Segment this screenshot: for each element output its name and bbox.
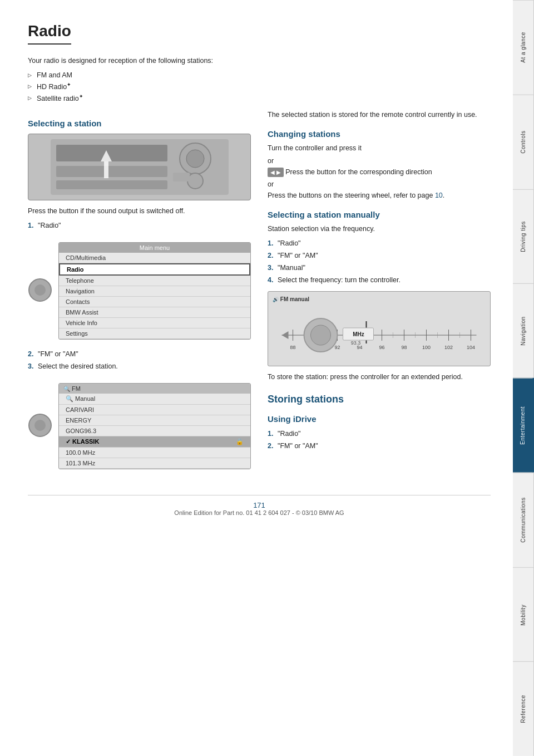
steering-page-link[interactable]: 10	[435, 192, 443, 199]
left-column: Selecting a station Press the button if …	[28, 110, 251, 478]
bullet-satellite: Satellite radio✦	[28, 92, 491, 104]
step-2: "FM" or "AM"	[28, 348, 251, 360]
menu-with-knob: Main menu CD/Multimedia Radio Telephone …	[28, 237, 251, 345]
knob-svg	[28, 262, 53, 318]
svg-rect-1	[56, 145, 167, 161]
menu-item-vehicleinfo: Vehicle Info	[59, 318, 250, 328]
menu-item-telephone: Telephone	[59, 276, 250, 286]
sidebar: At a glance Controls Driving tips Naviga…	[513, 0, 534, 756]
manual-step-1: "Radio"	[268, 238, 491, 249]
svg-text:88: 88	[290, 345, 295, 350]
fm-dial-svg: 88 90 92 94 96 98 100 102 104	[273, 305, 486, 366]
svg-text:104: 104	[467, 345, 475, 350]
svg-text:102: 102	[444, 345, 453, 350]
page-number: 171	[253, 501, 265, 509]
stored-text: The selected station is stored for the r…	[268, 110, 491, 120]
sidebar-tab-communications[interactable]: Communications	[513, 473, 534, 567]
manual-steps: "Radio" "FM" or "AM" "Manual" Select the…	[268, 238, 491, 286]
steps-list: "Radio"	[28, 220, 251, 231]
knob-area	[28, 262, 53, 320]
menu-item-bmwassist: BMW Assist	[59, 307, 250, 318]
sl-energy: ENERGY	[59, 415, 250, 426]
svg-point-42	[311, 325, 331, 345]
fm-header: 🔍 FM	[59, 384, 250, 394]
bullet-hd-radio: HD Radio✦	[28, 81, 491, 92]
knob-area-2	[28, 392, 53, 460]
store-text: To store the station: press the controll…	[268, 372, 491, 382]
direction-buttons: ◀ ▶	[268, 168, 284, 177]
manual-step-4: Select the frequency: turn the controlle…	[268, 274, 491, 286]
svg-point-10	[34, 284, 46, 296]
svg-text:MHz: MHz	[353, 331, 364, 337]
manual-step-3: "Manual"	[268, 262, 491, 273]
svg-text:93.3: 93.3	[351, 340, 361, 346]
two-column-layout: Selecting a station Press the button if …	[28, 110, 491, 478]
storing-step-1: "Radio"	[268, 428, 491, 439]
sl-101mhz: 101.3 MHz	[59, 458, 250, 469]
press-button-text: Press the button if the sound output is …	[28, 206, 251, 217]
sl-manual: 🔍 Manual	[59, 394, 250, 405]
steps-2-3: "FM" or "AM" Select the desired station.	[28, 348, 251, 372]
manual-text: Station selection via the frequency.	[268, 224, 491, 234]
using-idrive-heading: Using iDrive	[268, 414, 491, 424]
main-menu-mockup: Main menu CD/Multimedia Radio Telephone …	[58, 242, 251, 340]
changing-stations-heading: Changing stations	[268, 129, 491, 139]
sl-klassik: ✓ KLASSIK 🔒	[59, 436, 250, 448]
page-title: Radio	[28, 22, 71, 45]
svg-rect-2	[56, 166, 167, 177]
right-column: The selected station is stored for the r…	[268, 110, 491, 478]
head-unit-image	[28, 134, 251, 200]
direction-text: ◀ ▶ Press the button for the correspondi…	[268, 167, 491, 178]
sidebar-tab-mobility[interactable]: Mobility	[513, 567, 534, 662]
svg-text:92: 92	[334, 345, 340, 350]
or-2: or	[268, 180, 491, 188]
svg-point-12	[34, 420, 46, 431]
svg-rect-7	[173, 173, 190, 181]
svg-rect-3	[56, 180, 167, 189]
manual-step-2: "FM" or "AM"	[268, 250, 491, 261]
sidebar-tab-driving-tips[interactable]: Driving tips	[513, 189, 534, 284]
menu-item-settings: Settings	[59, 328, 250, 339]
menu-item-cd: CD/Multimedia	[59, 253, 250, 263]
storing-stations-heading: Storing stations	[268, 394, 491, 405]
fm-list-with-knob: 🔍 FM 🔍 Manual CARIVARI ENERGY GONG96.3 ✓…	[28, 377, 251, 475]
steering-text: Press the buttons on the steering wheel,…	[268, 190, 491, 201]
head-unit-svg	[51, 139, 229, 195]
step-3: Select the desired station.	[28, 361, 251, 372]
page-footer: 171 Online Edition for Part no. 01 41 2 …	[28, 495, 491, 516]
knob-svg-2	[28, 392, 53, 459]
selecting-manually-heading: Selecting a station manually	[268, 210, 491, 219]
svg-point-6	[187, 173, 203, 189]
svg-text:98: 98	[401, 345, 407, 350]
fm-dial-title: 🔊 FM manual	[273, 296, 486, 302]
intro-bullet-list: FM and AM HD Radio✦ Satellite radio✦	[28, 70, 491, 104]
svg-point-5	[186, 150, 204, 168]
main-content: Radio Your radio is designed for recepti…	[0, 0, 513, 756]
storing-step-2: "FM" or "AM"	[268, 440, 491, 451]
fm-dial-container: 🔊 FM manual 88 90 92 94 96	[268, 291, 491, 366]
intro-text: Your radio is designed for reception of …	[28, 56, 491, 66]
menu-header: Main menu	[59, 243, 250, 253]
selecting-station-heading: Selecting a station	[28, 119, 251, 128]
svg-marker-46	[282, 331, 289, 339]
svg-text:96: 96	[379, 345, 384, 350]
menu-item-navigation: Navigation	[59, 286, 250, 297]
fm-station-list: 🔍 FM 🔍 Manual CARIVARI ENERGY GONG96.3 ✓…	[58, 383, 251, 469]
bullet-fm-am: FM and AM	[28, 70, 491, 81]
svg-text:100: 100	[422, 345, 431, 350]
sidebar-tab-at-a-glance[interactable]: At a glance	[513, 0, 534, 95]
footer-text: Online Edition for Part no. 01 41 2 604 …	[174, 509, 344, 516]
sl-100mhz: 100.0 MHz	[59, 448, 250, 458]
menu-item-contacts: Contacts	[59, 297, 250, 307]
sidebar-tab-entertainment[interactable]: Entertainment	[513, 378, 534, 473]
changing-text: Turn the controller and press it	[268, 143, 491, 154]
sl-gong: GONG96.3	[59, 426, 250, 436]
sidebar-tab-navigation[interactable]: Navigation	[513, 283, 534, 378]
sl-carivari: CARIVARI	[59, 405, 250, 415]
step-1: "Radio"	[28, 220, 251, 231]
lock-icon: 🔒	[236, 438, 244, 445]
storing-steps: "Radio" "FM" or "AM"	[268, 428, 491, 451]
sidebar-tab-reference[interactable]: Reference	[513, 661, 534, 756]
sidebar-tab-controls[interactable]: Controls	[513, 95, 534, 189]
or-1: or	[268, 157, 491, 165]
